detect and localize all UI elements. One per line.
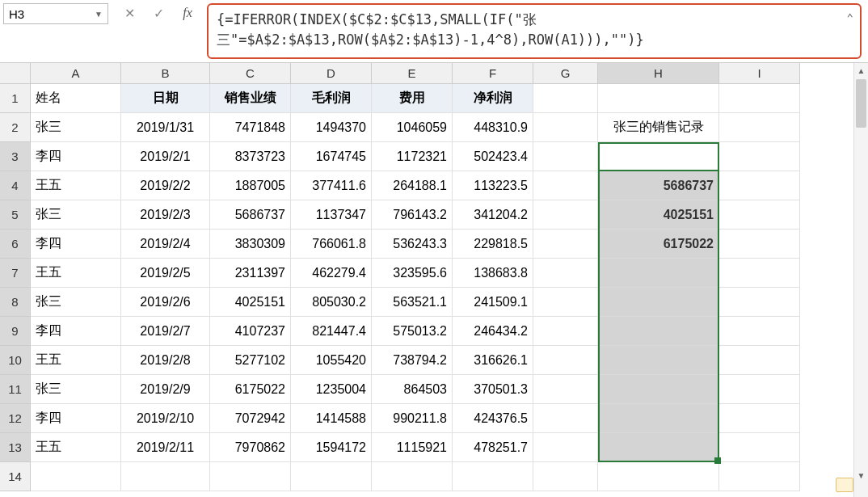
cell[interactable]: 1055420	[291, 346, 372, 375]
cell[interactable]	[533, 288, 598, 317]
cell[interactable]	[719, 317, 800, 346]
cell[interactable]	[719, 259, 800, 288]
cell[interactable]: 990211.8	[372, 404, 453, 433]
scroll-thumb[interactable]	[856, 79, 866, 128]
cell-H5[interactable]: 4025151	[598, 200, 719, 230]
row-header-12[interactable]: 12	[0, 404, 31, 433]
cell[interactable]	[121, 462, 210, 491]
cell[interactable]: 张三	[31, 200, 121, 230]
col-header-H[interactable]: H	[598, 63, 719, 84]
cell-G1[interactable]	[533, 84, 598, 113]
cell[interactable]: 7072942	[210, 404, 291, 433]
cell[interactable]: 1046059	[372, 113, 453, 142]
cell[interactable]: 1887005	[210, 171, 291, 200]
cell[interactable]: 2019/2/6	[121, 288, 210, 317]
scroll-up-icon[interactable]: ▲	[854, 63, 868, 78]
cell-F1[interactable]: 净利润	[453, 84, 533, 113]
cell[interactable]: 2019/2/5	[121, 259, 210, 288]
cell[interactable]: 李四	[31, 317, 121, 346]
cell[interactable]: 323595.6	[372, 259, 453, 288]
cell[interactable]: 7471848	[210, 113, 291, 142]
cell-H8[interactable]	[598, 288, 719, 317]
cell[interactable]: 7970862	[210, 433, 291, 462]
row-header-1[interactable]: 1	[0, 84, 31, 113]
cell[interactable]	[719, 113, 800, 142]
cell[interactable]	[598, 462, 719, 491]
scroll-down-icon[interactable]: ▼	[854, 468, 868, 482]
fx-icon[interactable]: fx	[179, 5, 196, 21]
cell-D1[interactable]: 毛利润	[291, 84, 372, 113]
cell[interactable]: 李四	[31, 142, 121, 171]
cell[interactable]	[719, 404, 800, 433]
cell[interactable]	[533, 142, 598, 171]
enter-icon[interactable]: ✓	[150, 5, 166, 21]
col-header-B[interactable]: B	[121, 63, 210, 84]
cell[interactable]: 李四	[31, 230, 121, 259]
col-header-E[interactable]: E	[372, 63, 453, 84]
cell[interactable]	[533, 259, 598, 288]
cell[interactable]	[719, 375, 800, 404]
cell[interactable]	[533, 317, 598, 346]
row-header-3[interactable]: 3	[0, 142, 31, 171]
cell[interactable]: 2019/2/4	[121, 230, 210, 259]
cell[interactable]	[533, 113, 598, 142]
cell[interactable]: 341204.2	[453, 200, 533, 230]
cell[interactable]: 2019/2/7	[121, 317, 210, 346]
cell[interactable]: 575013.2	[372, 317, 453, 346]
cell-B1[interactable]: 日期	[121, 84, 210, 113]
cell[interactable]: 241509.1	[453, 288, 533, 317]
cell[interactable]: 王五	[31, 171, 121, 200]
cell[interactable]: 王五	[31, 259, 121, 288]
cell[interactable]	[31, 462, 121, 491]
cell[interactable]: 864503	[372, 375, 453, 404]
cell[interactable]: 1115921	[372, 433, 453, 462]
cell[interactable]: 2019/2/3	[121, 200, 210, 230]
cell[interactable]: 462279.4	[291, 259, 372, 288]
cell-A1[interactable]: 姓名	[31, 84, 121, 113]
cell[interactable]	[719, 171, 800, 200]
cell-E1[interactable]: 费用	[372, 84, 453, 113]
cell[interactable]	[533, 346, 598, 375]
cell-H13[interactable]	[598, 433, 719, 462]
cell[interactable]: 2311397	[210, 259, 291, 288]
expand-formula-icon[interactable]: ⌃	[847, 10, 853, 26]
cell[interactable]: 2019/2/2	[121, 171, 210, 200]
cell[interactable]	[533, 171, 598, 200]
cell-I1[interactable]	[719, 84, 800, 113]
cell-C1[interactable]: 销售业绩	[210, 84, 291, 113]
cell[interactable]	[533, 404, 598, 433]
cell[interactable]	[533, 200, 598, 230]
cell[interactable]	[533, 433, 598, 462]
cell-H1[interactable]	[598, 84, 719, 113]
col-header-F[interactable]: F	[453, 63, 533, 84]
cell-H7[interactable]	[598, 259, 719, 288]
cell[interactable]	[533, 462, 598, 491]
cell[interactable]: 2019/2/10	[121, 404, 210, 433]
cell[interactable]: 113223.5	[453, 171, 533, 200]
cell[interactable]: 738794.2	[372, 346, 453, 375]
cell[interactable]	[372, 462, 453, 491]
cell[interactable]	[719, 462, 800, 491]
cell[interactable]: 3830309	[210, 230, 291, 259]
cell-H2[interactable]: 张三的销售记录	[598, 113, 719, 142]
cell[interactable]: 821447.4	[291, 317, 372, 346]
cell[interactable]: 448310.9	[453, 113, 533, 142]
smart-tag-icon[interactable]	[836, 478, 853, 492]
cell[interactable]: 805030.2	[291, 288, 372, 317]
name-box[interactable]: H3 ▼	[3, 3, 108, 24]
cell[interactable]: 1494370	[291, 113, 372, 142]
cell[interactable]	[719, 346, 800, 375]
cell[interactable]: 张三	[31, 288, 121, 317]
cell[interactable]: 4107237	[210, 317, 291, 346]
col-header-C[interactable]: C	[210, 63, 291, 84]
formula-input[interactable]: {=IFERROR(INDEX($C$2:$C$13,SMALL(IF("张三"…	[207, 3, 862, 59]
cell[interactable]	[719, 230, 800, 259]
cell-H4[interactable]: 5686737	[598, 171, 719, 200]
row-header-9[interactable]: 9	[0, 317, 31, 346]
cell-H6[interactable]: 6175022	[598, 230, 719, 259]
cell-H10[interactable]	[598, 346, 719, 375]
cell[interactable]: 2019/2/11	[121, 433, 210, 462]
cell[interactable]: 1414588	[291, 404, 372, 433]
cell[interactable]: 5277102	[210, 346, 291, 375]
row-header-7[interactable]: 7	[0, 259, 31, 288]
